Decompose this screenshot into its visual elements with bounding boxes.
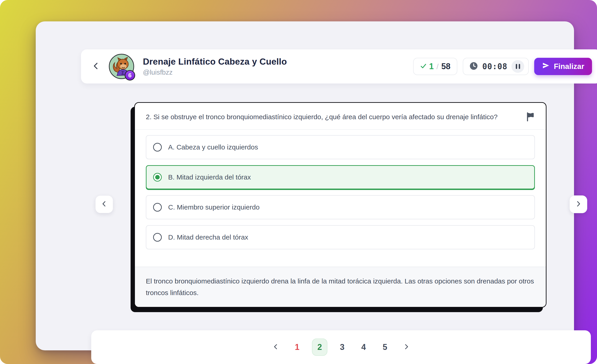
option-a[interactable]: A. Cabeza y cuello izquierdos bbox=[146, 135, 535, 159]
question-header: 2. Si se obstruye el tronco bronquiomedi… bbox=[135, 103, 546, 129]
page-5-button[interactable]: 5 bbox=[378, 339, 392, 356]
answered-count: 1 bbox=[429, 62, 434, 71]
pause-button[interactable] bbox=[511, 60, 524, 73]
page-1-button[interactable]: 1 bbox=[291, 339, 304, 356]
finish-button[interactable]: Finalizar bbox=[534, 58, 592, 75]
option-d[interactable]: D. Mitad derecha del tórax bbox=[146, 225, 535, 249]
page-4-button[interactable]: 4 bbox=[357, 339, 370, 356]
level-badge: 6 bbox=[125, 70, 135, 80]
answer-explanation: El tronco bronquiomediastínico izquierdo… bbox=[135, 267, 546, 307]
option-c-label: C. Miembro superior izquierdo bbox=[168, 203, 259, 211]
finish-button-label: Finalizar bbox=[554, 62, 584, 71]
chevron-left-icon bbox=[100, 200, 108, 209]
radio-unselected-icon bbox=[153, 203, 162, 212]
pagination-bar: 1 2 3 4 5 bbox=[91, 330, 591, 364]
option-c[interactable]: C. Miembro superior izquierdo bbox=[146, 195, 535, 219]
header-actions: 1 / 58 00:08 bbox=[413, 58, 592, 75]
avatar: Σ 6 bbox=[109, 54, 134, 79]
back-button[interactable] bbox=[91, 61, 101, 71]
pagination-prev-button[interactable] bbox=[269, 339, 282, 356]
flag-icon bbox=[525, 119, 536, 123]
pause-icon bbox=[516, 64, 517, 69]
pagination-next-button[interactable] bbox=[400, 339, 413, 356]
question-card: 2. Si se obstruye el tronco bronquiomedi… bbox=[134, 102, 547, 308]
progress-counter: 1 / 58 bbox=[413, 58, 457, 75]
avatar-sigma-glyph: Σ bbox=[121, 70, 124, 76]
progress-separator: / bbox=[436, 62, 439, 71]
chevron-right-icon bbox=[574, 200, 582, 209]
radio-selected-icon bbox=[153, 173, 162, 182]
option-b-label: B. Mitad izquierda del tórax bbox=[168, 173, 251, 181]
clock-icon bbox=[469, 61, 478, 71]
send-icon bbox=[542, 62, 550, 71]
quiz-author-username: @luisfbzz bbox=[143, 69, 287, 76]
option-a-label: A. Cabeza y cuello izquierdos bbox=[168, 143, 258, 151]
radio-unselected-icon bbox=[153, 233, 162, 242]
question-text: 2. Si se obstruye el tronco bronquiomedi… bbox=[146, 111, 498, 123]
chevron-right-icon bbox=[403, 343, 410, 351]
option-b-selected[interactable]: B. Mitad izquierda del tórax bbox=[146, 165, 535, 189]
check-icon bbox=[420, 63, 427, 70]
radio-unselected-icon bbox=[153, 143, 162, 151]
flag-question-button[interactable] bbox=[525, 111, 536, 123]
chevron-left-icon bbox=[92, 62, 100, 71]
next-question-button[interactable] bbox=[569, 195, 587, 213]
screen: Σ 6 Drenaje Linfático Cabeza y Cuello @l… bbox=[0, 0, 597, 364]
options-list: A. Cabeza y cuello izquierdos B. Mitad i… bbox=[135, 129, 546, 256]
timer: 00:08 bbox=[463, 58, 529, 75]
option-d-label: D. Mitad derecha del tórax bbox=[168, 233, 248, 241]
previous-question-button[interactable] bbox=[95, 195, 113, 213]
title-block: Drenaje Linfático Cabeza y Cuello @luisf… bbox=[143, 57, 287, 76]
quiz-app-window: Σ 6 Drenaje Linfático Cabeza y Cuello @l… bbox=[36, 21, 574, 350]
page-3-button[interactable]: 3 bbox=[336, 339, 349, 356]
header-bar: Σ 6 Drenaje Linfático Cabeza y Cuello @l… bbox=[81, 49, 597, 84]
chevron-left-icon bbox=[272, 343, 279, 351]
page-2-button-current[interactable]: 2 bbox=[312, 339, 327, 356]
quiz-title: Drenaje Linfático Cabeza y Cuello bbox=[143, 57, 287, 67]
total-questions: 58 bbox=[441, 62, 450, 71]
timer-value: 00:08 bbox=[482, 62, 507, 71]
